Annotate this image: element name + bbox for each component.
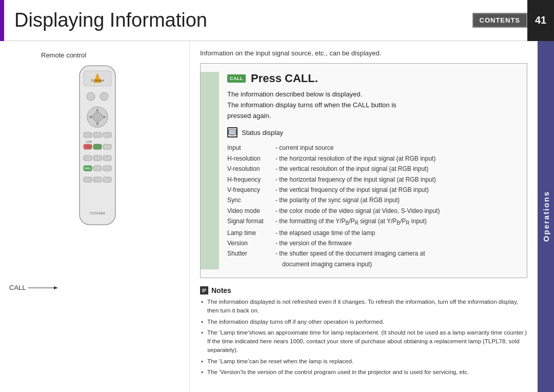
info-row: H-frequency - the horizontal frequency o… (227, 174, 517, 185)
info-key-videomode: Video mode (227, 206, 273, 216)
call-desc-line3: pressed again. (227, 112, 271, 120)
note-item: The ‘Version’Is the version of the contr… (200, 368, 527, 377)
info-row: V-resolution - the vertical resolution o… (227, 164, 517, 174)
status-display-label: Status display (242, 129, 283, 136)
note-item: The ‘Lamp time’can be reset when the lam… (200, 357, 527, 366)
note-item: The ‘Lamp time’shows an approximate time… (200, 328, 527, 355)
svg-rect-27 (84, 177, 92, 182)
svg-rect-37 (202, 289, 206, 289)
status-display-icon (227, 127, 238, 138)
status-display-row: Status display (227, 127, 517, 138)
info-row: H-resolution - the horizontal resolution… (227, 153, 517, 164)
call-box-header: CALL Press CALL. (227, 72, 517, 85)
svg-point-4 (87, 92, 95, 101)
notes-icon (200, 286, 208, 295)
notes-list: The information displayed is not refresh… (200, 298, 527, 377)
svg-text:TOSHIBA: TOSHIBA (89, 211, 105, 215)
info-key-input: Input (227, 143, 273, 153)
svg-rect-38 (202, 290, 206, 291)
info-val-hfreq: - the horizontal frequency of the input … (275, 174, 436, 185)
svg-text:CALL: CALL (84, 167, 91, 170)
info-row: Shutter - the shutter speed of the docum… (227, 248, 517, 269)
call-box-description: The information described below is displ… (227, 89, 517, 121)
remote-control-label: Remote control (41, 51, 86, 59)
remote-control-image: TOSHIBA LUMI PROJ (64, 63, 131, 238)
page-number: 41 (527, 0, 554, 41)
info-val-videomode: - the color mode of the video signal (at… (275, 206, 440, 216)
call-box-content: CALL Press CALL. The information describ… (227, 72, 517, 269)
call-desc-line1: The information described below is displ… (227, 90, 362, 98)
press-call-title: Press CALL. (251, 72, 318, 85)
info-key-hfreq: H-frequency (227, 174, 273, 185)
info-row: Video mode - the color mode of the video… (227, 206, 517, 216)
info-val-hres: - the horizontal resolution of the input… (275, 153, 436, 164)
svg-rect-16 (93, 144, 102, 149)
info-key-vres: V-resolution (227, 164, 273, 174)
notes-title: Notes (211, 286, 231, 295)
note-item: The information display turns off if any… (200, 318, 527, 326)
info-row: Lamp time - the elapsed usage time of th… (227, 228, 517, 238)
call-arrow-icon (28, 285, 59, 291)
svg-marker-32 (54, 286, 58, 289)
call-box-accent-bar (201, 72, 219, 269)
info-val-sync: - the polarity of the sync signal (at RG… (275, 195, 400, 205)
info-key-shutter: Shutter (227, 248, 273, 269)
svg-rect-14 (103, 132, 111, 138)
notes-header: Notes (200, 286, 527, 295)
svg-rect-25 (93, 166, 102, 171)
right-panel: Information on the input signal source, … (190, 41, 538, 392)
info-key-sigformat: Signal format (227, 216, 273, 227)
info-val-lamptime: - the elapsed usage time of the lamp (275, 228, 375, 238)
note-item: The information displayed is not refresh… (200, 298, 527, 316)
svg-text:PROJ: PROJ (85, 146, 91, 148)
intro-text: Information on the input signal source, … (200, 49, 527, 57)
svg-rect-21 (93, 155, 102, 161)
info-row: Sync - the polarity of the sync signal (… (227, 195, 517, 205)
svg-point-5 (100, 92, 108, 101)
call-button-icon: CALL (227, 74, 246, 83)
contents-button[interactable]: CONTENTS (472, 13, 528, 28)
svg-text:LUMI: LUMI (86, 140, 92, 143)
info-row: Version - the version of the firmware (227, 238, 517, 248)
operations-label: Operations (542, 191, 550, 242)
main-content: Remote control TOSHIBA (0, 41, 554, 392)
info-table: Input - current input source H-resolutio… (227, 143, 517, 269)
info-val-input: - current input source (275, 143, 333, 153)
svg-text:TOSHIBA: TOSHIBA (90, 79, 104, 82)
svg-rect-29 (103, 177, 111, 182)
svg-rect-20 (84, 155, 92, 161)
info-key-version: Version (227, 238, 273, 248)
info-key-lamptime: Lamp time (227, 228, 273, 238)
svg-rect-22 (103, 155, 111, 161)
svg-rect-28 (93, 177, 102, 182)
svg-rect-26 (103, 166, 111, 171)
svg-rect-12 (84, 132, 92, 138)
call-annotation-label: CALL (9, 284, 26, 291)
info-val-vres: - the vertical resolution of the input s… (275, 164, 428, 174)
svg-rect-39 (202, 291, 205, 292)
svg-rect-13 (93, 132, 102, 138)
info-val-shutter: - the shutter speed of the document imag… (275, 248, 425, 269)
svg-rect-17 (103, 144, 111, 149)
svg-point-7 (93, 112, 102, 122)
info-key-hres: H-resolution (227, 153, 273, 164)
call-instruction-box: CALL Press CALL. The information describ… (200, 63, 527, 278)
call-desc-line2: The information display turns off when t… (227, 101, 397, 109)
info-key-vfreq: V-frequency (227, 185, 273, 195)
page-header: Displaying Information CONTENTS 41 (0, 0, 554, 41)
info-val-vfreq: - the vertical frequency of the input si… (275, 185, 429, 195)
info-row: V-frequency - the vertical frequency of … (227, 185, 517, 195)
info-key-sync: Sync (227, 195, 273, 205)
info-val-version: - the version of the firmware (275, 238, 352, 248)
svg-rect-34 (230, 134, 234, 135)
header-accent (0, 0, 4, 41)
svg-rect-35 (230, 131, 235, 133)
call-annotation: CALL (9, 284, 59, 291)
left-panel: Remote control TOSHIBA (0, 41, 190, 392)
info-row: Input - current input source (227, 143, 517, 153)
info-row: Signal format - the formatting of the Y/… (227, 216, 517, 227)
operations-sidebar: Operations (538, 41, 554, 392)
notes-section: Notes The information displayed is not r… (200, 286, 527, 377)
page-title: Displaying Information (4, 9, 472, 31)
info-val-sigformat: - the formatting of the Y/PB/PR signal (… (275, 216, 427, 227)
